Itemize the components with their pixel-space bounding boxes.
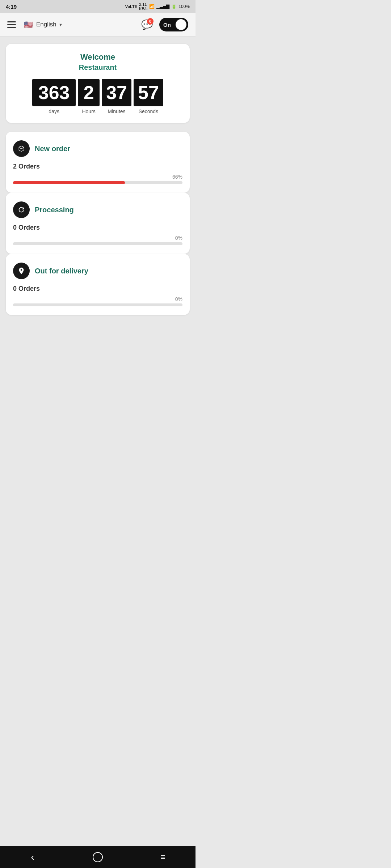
order-card-out-for-delivery: Out for delivery 0 Orders 0% [6, 254, 190, 315]
hamburger-line-1 [7, 21, 16, 22]
language-selector[interactable]: 🇺🇸 English ▾ [23, 20, 62, 30]
progress-pct-processing: 0% [175, 235, 182, 241]
status-icons: VoLTE 2.11KB/s 📶 ▁▃▅▇ 🔋 100% [125, 2, 190, 11]
progress-row-new-order: 66% [13, 174, 182, 180]
order-cards-container: New order 2 Orders 66% Processing 0 Orde… [6, 132, 190, 315]
progress-row-processing: 0% [13, 235, 182, 241]
countdown-row: 363 days 2 Hours 37 Minutes 57 Seconds [13, 79, 182, 114]
battery-icon: 🔋 [171, 4, 177, 9]
order-card-processing: Processing 0 Orders 0% [6, 193, 190, 254]
nav-right: 💬 0 On [140, 17, 188, 32]
notification-button[interactable]: 💬 0 [140, 17, 154, 32]
hamburger-line-3 [7, 27, 16, 28]
countdown-days-label: days [49, 109, 59, 114]
countdown-hours-label: Hours [82, 109, 95, 114]
progress-pct-out-for-delivery: 0% [175, 296, 182, 302]
countdown-hours-value: 2 [78, 79, 100, 106]
top-nav: 🇺🇸 English ▾ 💬 0 On [0, 13, 196, 37]
order-count-processing: 0 Orders [13, 224, 182, 231]
main-content: Welcome Restaurant 363 days 2 Hours 37 M… [0, 37, 196, 322]
order-header-out-for-delivery: Out for delivery [13, 263, 182, 279]
progress-bar-bg-processing [13, 242, 182, 245]
toggle-knob [176, 19, 186, 30]
order-header-new-order: New order [13, 140, 182, 157]
order-count-new-order: 2 Orders [13, 163, 182, 170]
countdown-minutes-label: Minutes [108, 109, 126, 114]
hamburger-line-2 [7, 24, 16, 25]
progress-bar-bg-out-for-delivery [13, 303, 182, 306]
countdown-seconds-value: 57 [134, 79, 163, 106]
on-off-toggle[interactable]: On [159, 18, 188, 31]
battery-pct: 100% [178, 4, 190, 9]
status-time: 4:19 [6, 4, 17, 10]
progress-bar-bg-new-order [13, 181, 182, 184]
status-bar: 4:19 VoLTE 2.11KB/s 📶 ▁▃▅▇ 🔋 100% [0, 0, 196, 13]
progress-bar-fill-new-order [13, 181, 125, 184]
order-title-processing: Processing [35, 206, 74, 214]
countdown-seconds: 57 Seconds [134, 79, 163, 114]
chevron-down-icon: ▾ [59, 22, 62, 27]
countdown-minutes-value: 37 [102, 79, 131, 106]
language-label: English [36, 21, 56, 28]
volte-icon: VoLTE [125, 4, 137, 9]
toggle-label: On [163, 22, 171, 28]
hamburger-menu[interactable] [7, 21, 16, 28]
progress-row-out-for-delivery: 0% [13, 296, 182, 302]
countdown-minutes: 37 Minutes [102, 79, 131, 114]
flag-icon: 🇺🇸 [23, 20, 33, 30]
welcome-card: Welcome Restaurant 363 days 2 Hours 37 M… [6, 44, 190, 123]
countdown-days-value: 363 [32, 79, 76, 106]
order-header-processing: Processing [13, 201, 182, 218]
countdown-seconds-label: Seconds [139, 109, 158, 114]
order-title-new-order: New order [35, 145, 70, 153]
progress-pct-new-order: 66% [172, 174, 182, 180]
order-icon-new-order [13, 140, 30, 157]
countdown-days: 363 days [32, 79, 76, 114]
order-card-new-order: New order 2 Orders 66% [6, 132, 190, 193]
nav-left: 🇺🇸 English ▾ [7, 20, 62, 30]
signal-icon: ▁▃▅▇ [156, 4, 169, 9]
order-title-out-for-delivery: Out for delivery [35, 267, 88, 275]
countdown-hours: 2 Hours [78, 79, 100, 114]
data-speed: 2.11KB/s [139, 2, 147, 11]
welcome-title: Welcome [13, 52, 182, 62]
wifi-icon: 📶 [149, 4, 155, 9]
order-icon-out-for-delivery [13, 263, 30, 279]
order-count-out-for-delivery: 0 Orders [13, 285, 182, 293]
notification-badge: 0 [147, 18, 154, 25]
welcome-subtitle: Restaurant [13, 63, 182, 72]
order-icon-processing [13, 201, 30, 218]
